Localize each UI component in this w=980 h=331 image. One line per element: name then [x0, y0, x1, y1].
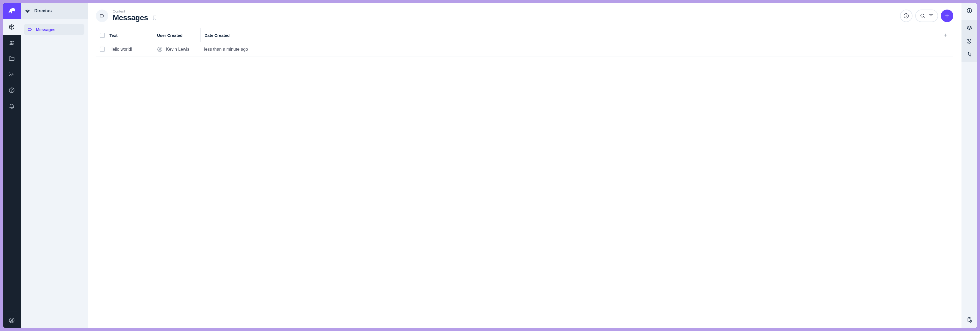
- svg-point-3: [11, 91, 12, 92]
- column-header-text[interactable]: Text: [110, 33, 153, 38]
- sidebar-item-label: Messages: [36, 27, 56, 32]
- bookmark-icon: [152, 15, 158, 21]
- module-files[interactable]: [3, 51, 21, 67]
- sidebar-activity-button[interactable]: [961, 317, 977, 328]
- module-insights[interactable]: [3, 67, 21, 82]
- layers-icon: [966, 25, 972, 31]
- bell-icon: [8, 103, 15, 109]
- app-frame: Directus Messages Content Messages: [3, 3, 977, 328]
- column-header-date-created[interactable]: Date Created: [200, 28, 266, 42]
- svg-point-5: [11, 319, 13, 321]
- cube-icon: [8, 24, 15, 30]
- user-circle-icon: [157, 46, 163, 52]
- clipboard-clock-icon: [966, 317, 972, 323]
- data-table: Text User Created Date Created Hello wor…: [88, 28, 961, 56]
- swap-vert-icon: [966, 51, 972, 57]
- page-title: Messages: [113, 13, 148, 22]
- label-icon: [27, 27, 33, 32]
- sidebar-import-export-button[interactable]: [961, 51, 977, 57]
- user-name: Kevin Lewis: [166, 47, 189, 52]
- sync-off-icon: [966, 38, 972, 44]
- table-row[interactable]: Hello world! Kevin Lewis less than a min…: [96, 42, 953, 56]
- module-content[interactable]: [3, 19, 21, 35]
- insights-icon: [8, 71, 15, 78]
- search-filter-button[interactable]: [915, 10, 938, 22]
- module-notifications[interactable]: [3, 98, 21, 114]
- folder-icon: [8, 55, 15, 62]
- sidebar-item-messages[interactable]: Messages: [24, 24, 84, 35]
- right-rail: [961, 3, 977, 328]
- sidebar-sync-off-button[interactable]: [961, 38, 977, 44]
- avatar-placeholder: [157, 46, 163, 52]
- project-logo[interactable]: [3, 3, 21, 19]
- row-checkbox[interactable]: [100, 46, 105, 52]
- cell-user: Kevin Lewis: [157, 46, 197, 52]
- module-users[interactable]: [3, 35, 21, 51]
- svg-point-9: [921, 14, 924, 17]
- svg-point-0: [10, 41, 12, 43]
- svg-point-1: [13, 41, 14, 42]
- column-header-user-created[interactable]: User Created: [153, 28, 200, 42]
- page-header-titles: Content Messages: [113, 9, 158, 22]
- info-icon: [966, 8, 972, 14]
- svg-line-10: [924, 17, 925, 18]
- wifi-icon: [24, 8, 30, 14]
- plus-icon: [944, 13, 950, 19]
- select-all-checkbox[interactable]: [100, 33, 105, 38]
- bookmark-button[interactable]: [152, 15, 158, 21]
- svg-point-19: [159, 48, 161, 50]
- cell-text: Hello world!: [110, 47, 153, 52]
- nav-body: Messages: [21, 19, 88, 40]
- sidebar-group: [961, 20, 977, 62]
- plus-small-icon: [943, 33, 948, 38]
- filter-icon: [928, 13, 934, 19]
- help-icon: [8, 87, 15, 94]
- module-rail: [3, 3, 21, 328]
- search-icon: [920, 13, 926, 19]
- header-actions: [900, 10, 953, 22]
- collection-icon-wrap: [96, 10, 108, 22]
- table-header: Text User Created Date Created: [96, 28, 953, 42]
- account-icon: [8, 317, 15, 324]
- main-content: Content Messages: [88, 3, 961, 328]
- sidebar-layers-button[interactable]: [961, 25, 977, 31]
- info-button[interactable]: [900, 10, 913, 22]
- page-header: Content Messages: [88, 3, 961, 28]
- info-icon: [903, 13, 909, 19]
- label-outline-icon: [99, 13, 105, 19]
- column-header-spacer: [266, 28, 941, 42]
- module-docs[interactable]: [3, 82, 21, 98]
- rabbit-icon: [7, 6, 16, 16]
- cell-date: less than a minute ago: [200, 47, 266, 52]
- breadcrumb[interactable]: Content: [113, 9, 158, 13]
- add-column-button[interactable]: [941, 33, 953, 38]
- svg-point-8: [906, 14, 907, 15]
- create-button[interactable]: [941, 10, 953, 22]
- project-name: Directus: [34, 8, 52, 13]
- svg-point-22: [969, 9, 970, 10]
- sidebar-info-button[interactable]: [961, 8, 977, 14]
- users-icon: [8, 40, 15, 46]
- project-header[interactable]: Directus: [21, 3, 88, 19]
- module-account[interactable]: [3, 312, 21, 328]
- navigation-column: Directus Messages: [21, 3, 88, 328]
